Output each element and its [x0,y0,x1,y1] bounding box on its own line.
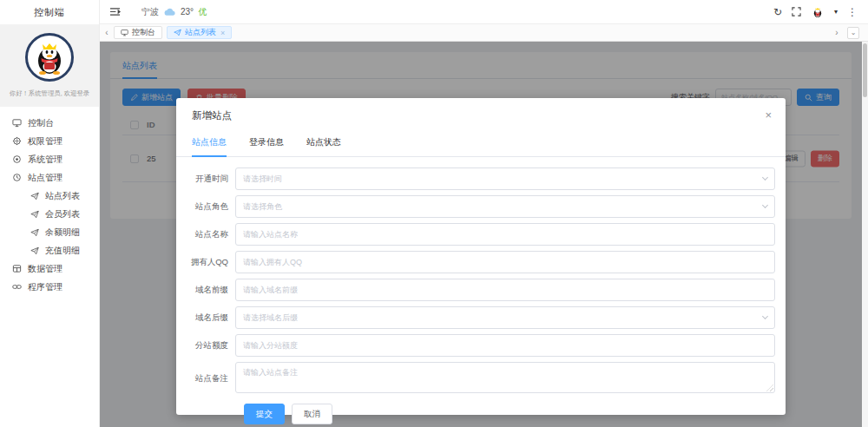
sidebar-item-label: 充值明细 [45,245,80,257]
tabs-dropdown-icon[interactable]: ⌄ [847,27,859,39]
modal-form: 开通时间 站点角色 站点名称 拥有人QQ 域名前缀 域名后缀 [176,157,786,424]
modal-title: 新增站点 [192,109,232,122]
form-row-quota: 分站额度 [185,334,775,357]
settings-icon [11,154,22,165]
field-label: 拥有人QQ [185,257,228,268]
profile-panel: 你好！系统管理员, 欢迎登录 [0,24,99,107]
sidebar-item-sites[interactable]: 站点管理 [0,168,99,187]
domain-suffix-select[interactable] [235,306,775,329]
qq-penguin-logo [25,33,74,82]
more-options-icon[interactable]: ⋮ [847,6,858,18]
clock-icon [11,173,22,183]
sidebar-item-label: 站点列表 [45,190,80,202]
form-row-open-time: 开通时间 [185,168,775,190]
form-row-remark: 站点备注 [185,362,775,395]
owner-qq-input[interactable] [235,251,775,273]
fullscreen-icon[interactable] [792,7,801,16]
sidebar-item-members[interactable]: 会员列表 [0,205,99,223]
form-row-domain-prefix: 域名前缀 [185,279,775,301]
sidebar-item-balance[interactable]: 余额明细 [0,223,99,241]
paper-plane-icon [30,227,40,238]
paper-plane-icon [30,209,40,220]
tabbar: ‹ 控制台 站点列表 × › ⌄ [100,24,868,42]
sidebar: 控制端 你好！系统管理员, 欢迎登录 控制台 [0,0,100,427]
topbar: 宁波 23° 优 ↻ ▾ ⋮ [100,0,868,24]
cloud-icon [163,8,176,16]
refresh-icon[interactable]: ↻ [773,7,782,17]
monitor-icon [121,29,128,36]
submit-button[interactable]: 提交 [244,404,285,424]
paper-plane-icon [174,29,181,36]
modal-header: 新增站点 × [176,98,786,122]
field-label: 站点角色 [185,201,228,213]
open-time-select[interactable] [235,168,775,190]
modal-tab-site-info[interactable]: 站点信息 [192,136,227,157]
form-row-site-name: 站点名称 [185,223,775,246]
quota-input[interactable] [235,334,775,357]
avatar-dropdown-caret-icon[interactable]: ▾ [834,8,838,16]
form-row-domain-suffix: 域名后缀 [185,306,775,329]
sidebar-item-system[interactable]: 系统管理 [0,150,99,168]
sidebar-item-label: 数据管理 [28,263,62,275]
site-name-input[interactable] [235,223,775,246]
site-remark-textarea[interactable] [235,362,775,393]
tab-label: 控制台 [132,27,155,38]
modal-tabs: 站点信息 登录信息 站点状态 [176,136,786,157]
form-row-owner-qq: 拥有人QQ [185,251,775,273]
domain-prefix-input[interactable] [235,279,775,301]
sidebar-item-label: 系统管理 [28,154,62,166]
qq-penguin-icon [30,38,69,76]
field-label: 分站额度 [185,340,228,351]
scrollbar-thumb[interactable] [863,43,867,97]
topbar-actions: ↻ ▾ ⋮ [773,5,868,19]
user-avatar[interactable] [811,5,825,19]
weather-city: 宁波 [141,6,159,18]
sidebar-item-label: 权限管理 [28,135,62,148]
monitor-icon [11,118,22,128]
modal-tab-site-status[interactable]: 站点状态 [306,136,341,156]
sidebar-item-program[interactable]: 程序管理 [0,278,99,296]
link-icon [11,282,22,292]
gear-icon [11,136,22,147]
sidebar-item-label: 会员列表 [45,208,80,220]
sidebar-item-label: 程序管理 [28,281,62,293]
main-content: 站点列表 新增站点 批量删除 搜索关键字 查询 [100,42,862,427]
sidebar-menu: 控制台 权限管理 系统管理 站点管理 站点列表 [0,107,99,296]
sidebar-item-label: 站点管理 [28,172,62,184]
app-title: 控制端 [0,0,99,24]
tab-site-list[interactable]: 站点列表 × [167,26,232,39]
weather-temperature: 23° [181,7,194,16]
close-icon[interactable]: × [765,109,772,121]
table-icon [11,264,22,274]
field-label: 域名后缀 [185,312,228,324]
site-role-select[interactable] [235,195,775,218]
modal-footer: 提交 取消 [244,404,775,424]
add-site-modal: 新增站点 × 站点信息 登录信息 站点状态 开通时间 站点角色 站点名称 拥有人… [176,98,786,415]
weather-widget: 宁波 23° 优 [141,6,207,18]
tab-close-icon[interactable]: × [220,29,225,37]
cancel-button[interactable]: 取消 [292,404,332,424]
tabs-scroll-left-icon[interactable]: ‹ [100,28,114,37]
field-label: 开通时间 [185,174,228,185]
form-row-site-role: 站点角色 [185,195,775,218]
vertical-scrollbar[interactable] [862,42,868,427]
tabs-scroll-right-icon[interactable]: › [830,28,844,37]
paper-plane-icon [30,246,40,256]
sidebar-item-dashboard[interactable]: 控制台 [0,114,99,132]
tabbar-controls: › ⌄ [830,27,868,39]
paper-plane-icon [30,191,40,201]
welcome-text: 你好！系统管理员, 欢迎登录 [7,89,92,97]
field-label: 站点名称 [185,229,228,240]
sidebar-item-site-list[interactable]: 站点列表 [0,187,99,205]
field-label: 域名前缀 [185,285,228,296]
sidebar-item-permissions[interactable]: 权限管理 [0,132,99,150]
air-quality-badge: 优 [198,6,207,18]
field-label: 站点备注 [185,373,228,384]
tab-label: 站点列表 [185,27,216,38]
modal-tab-login-info[interactable]: 登录信息 [249,136,284,156]
sidebar-item-label: 余额明细 [45,227,80,239]
tab-dashboard[interactable]: 控制台 [114,26,162,39]
menu-fold-icon[interactable] [109,7,121,16]
sidebar-item-recharge[interactable]: 充值明细 [0,241,99,259]
sidebar-item-data[interactable]: 数据管理 [0,259,99,278]
